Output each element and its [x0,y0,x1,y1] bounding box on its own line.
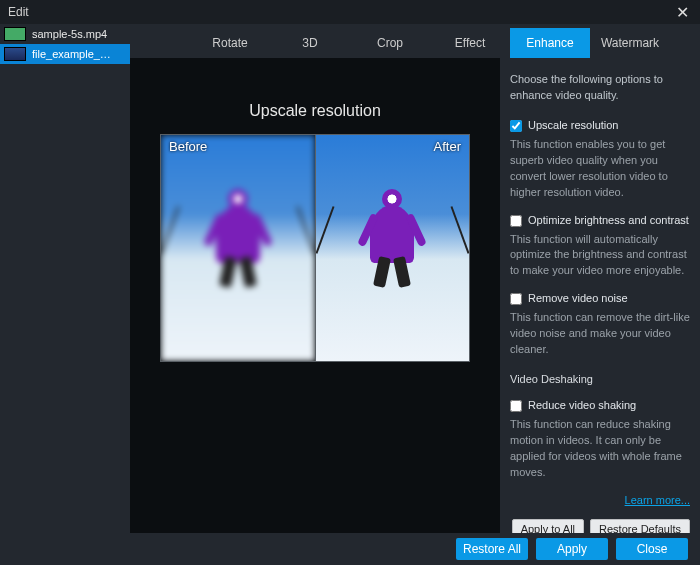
compare-box: Before [160,134,470,362]
brightness-label: Optimize brightness and contrast [528,213,689,229]
footer: Restore All Apply Close [0,533,700,565]
file-name: sample-5s.mp4 [32,28,107,40]
tab-effect[interactable]: Effect [430,28,510,58]
file-thumbnail [4,47,26,61]
shaking-desc: This function can reduce shaking motion … [510,417,690,481]
after-label: After [434,139,461,154]
restore-defaults-button[interactable]: Restore Defaults [590,519,690,533]
file-item[interactable]: file_example_… [0,44,130,64]
options-pane: Choose the following options to enhance … [500,58,700,533]
window-title: Edit [8,5,29,19]
preview-pane: Upscale resolution [130,58,500,533]
learn-more-link[interactable]: Learn more... [625,493,690,509]
restore-all-button[interactable]: Restore All [456,538,528,560]
before-label: Before [169,139,207,154]
after-panel: After [316,135,470,361]
file-sidebar: sample-5s.mp4 file_example_… [0,24,130,533]
brightness-checkbox[interactable] [510,215,522,227]
before-panel: Before [161,135,316,361]
shaking-checkbox[interactable] [510,400,522,412]
deshake-title: Video Deshaking [510,372,690,388]
brightness-check[interactable]: Optimize brightness and contrast [510,213,690,229]
noise-desc: This function can remove the dirt-like v… [510,310,690,358]
tab-crop[interactable]: Crop [350,28,430,58]
shaking-check[interactable]: Reduce video shaking [510,398,690,414]
after-image [316,135,470,361]
upscale-label: Upscale resolution [528,118,619,134]
file-thumbnail [4,27,26,41]
tab-3d[interactable]: 3D [270,28,350,58]
upscale-check[interactable]: Upscale resolution [510,118,690,134]
close-button[interactable]: Close [616,538,688,560]
upscale-desc: This function enables you to get superb … [510,137,690,201]
noise-label: Remove video noise [528,291,628,307]
tab-rotate[interactable]: Rotate [190,28,270,58]
before-image [161,135,315,361]
tab-enhance[interactable]: Enhance [510,28,590,58]
noise-check[interactable]: Remove video noise [510,291,690,307]
file-name: file_example_… [32,48,111,60]
titlebar: Edit ✕ [0,0,700,24]
upscale-checkbox[interactable] [510,120,522,132]
shaking-label: Reduce video shaking [528,398,636,414]
brightness-desc: This function will automatically optimiz… [510,232,690,280]
file-item[interactable]: sample-5s.mp4 [0,24,130,44]
tab-watermark[interactable]: Watermark [590,28,670,58]
preview-title: Upscale resolution [249,102,381,120]
apply-to-all-button[interactable]: Apply to All [512,519,584,533]
apply-button[interactable]: Apply [536,538,608,560]
close-icon[interactable]: ✕ [672,3,692,22]
noise-checkbox[interactable] [510,293,522,305]
options-intro: Choose the following options to enhance … [510,72,690,104]
tab-bar: Rotate 3D Crop Effect Enhance Watermark [190,28,700,58]
